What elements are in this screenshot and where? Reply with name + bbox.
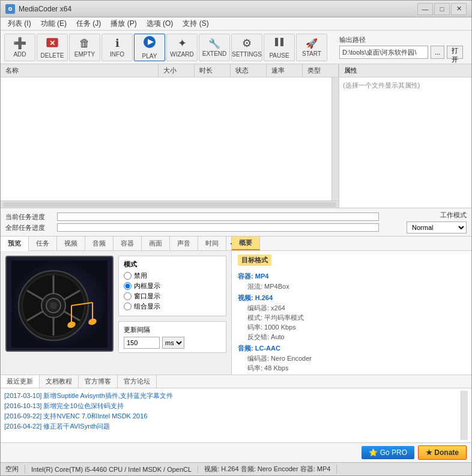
tab-summary[interactable]: 概要 bbox=[232, 236, 260, 250]
close-button[interactable]: ✕ bbox=[451, 3, 467, 15]
wizard-button[interactable]: ✦ WIZARD bbox=[166, 34, 198, 61]
current-progress-label: 当前任务进度 bbox=[5, 212, 53, 221]
progress-left: 当前任务进度 全部任务进度 bbox=[5, 212, 379, 232]
start-button[interactable]: 🚀 START bbox=[296, 34, 327, 61]
info-label: INFO bbox=[110, 51, 124, 58]
minimize-button[interactable]: — bbox=[417, 3, 433, 15]
news-item-2[interactable]: [2016-10-13] 新增完全10位色深转码支持 bbox=[4, 401, 461, 411]
mux-line: 混流: MP4Box bbox=[238, 282, 465, 291]
col-type[interactable]: 类型 bbox=[303, 64, 339, 77]
news-item-3[interactable]: [2016-09-22] 支持NVENC 7.0和Intel MSDK 2016 bbox=[4, 411, 461, 421]
play-button[interactable]: PLAY bbox=[134, 34, 165, 61]
browse-button[interactable]: ... bbox=[431, 46, 444, 59]
video-bitrate-line: 码率: 1000 Kbps bbox=[238, 323, 465, 332]
empty-label: EMPTY bbox=[74, 51, 95, 58]
pause-button[interactable]: PAUSE bbox=[264, 34, 295, 61]
tab-preview[interactable]: 预览 bbox=[1, 236, 29, 251]
col-speed[interactable]: 速率 bbox=[267, 64, 303, 77]
extend-icon: 🔧 bbox=[208, 38, 220, 49]
start-icon: 🚀 bbox=[306, 38, 318, 49]
properties-content: (选择一个文件显示其属性) bbox=[339, 77, 471, 208]
menu-list[interactable]: 列表 (I) bbox=[3, 17, 36, 30]
file-list-hscrollbar[interactable] bbox=[1, 200, 339, 208]
donate-button[interactable]: ★ Donate bbox=[418, 445, 467, 460]
tab-sound[interactable]: 声音 bbox=[170, 236, 198, 250]
add-label: ADD bbox=[13, 51, 26, 58]
tab-video[interactable]: 视频 bbox=[57, 236, 85, 250]
col-size[interactable]: 大小 bbox=[159, 64, 195, 77]
output-path-input[interactable] bbox=[339, 46, 428, 59]
news-tab-spacer bbox=[157, 375, 471, 388]
svg-point-21 bbox=[50, 302, 57, 309]
news-vscrollbar[interactable] bbox=[461, 391, 468, 440]
col-status[interactable]: 状态 bbox=[231, 64, 267, 77]
file-list-content[interactable] bbox=[1, 77, 331, 200]
preview-controls: 模式 禁用 内框显示 窗口显示 bbox=[118, 256, 226, 370]
current-progress-row: 当前任务进度 bbox=[5, 212, 379, 221]
news-tab-blog[interactable]: 官方博客 bbox=[79, 375, 118, 388]
tab-time[interactable]: 时间 bbox=[198, 236, 226, 250]
update-interval-input[interactable] bbox=[124, 337, 160, 349]
add-button[interactable]: ➕ ADD bbox=[4, 34, 35, 61]
radio-window[interactable] bbox=[124, 292, 132, 300]
menu-function[interactable]: 功能 (E) bbox=[36, 17, 71, 30]
progress-area: 当前任务进度 全部任务进度 工作模式 Nor bbox=[1, 208, 471, 236]
menu-support[interactable]: 支持 (S) bbox=[178, 17, 213, 30]
extend-button[interactable]: 🔧 EXTEND bbox=[199, 34, 230, 61]
summary-title: 目标格式 bbox=[238, 255, 271, 266]
tab-picture[interactable]: 画面 bbox=[142, 236, 170, 250]
update-interval-label: 更新间隔 bbox=[124, 325, 221, 334]
delete-button[interactable]: ✕ DELETE bbox=[37, 34, 68, 61]
progress-right: 工作模式 Normal Fast Slow bbox=[383, 211, 467, 233]
news-item-1[interactable]: [2017-03-10] 新增Suptitle Avisynth插件,支持蓝光字… bbox=[4, 391, 461, 401]
container-section: 容器: MP4 混流: MP4Box bbox=[238, 272, 465, 291]
radio-combined[interactable] bbox=[124, 303, 132, 310]
mode-window-label: 窗口显示 bbox=[134, 292, 160, 301]
pause-label: PAUSE bbox=[269, 52, 289, 59]
news-action-btns: ⭐ Go PRO ★ Donate bbox=[1, 442, 471, 462]
work-mode-select[interactable]: Normal Fast Slow bbox=[407, 221, 467, 233]
mode-group: 模式 禁用 内框显示 窗口显示 bbox=[118, 256, 226, 316]
maximize-button[interactable]: □ bbox=[434, 3, 450, 15]
news-tab-updates[interactable]: 最近更新 bbox=[1, 375, 40, 388]
file-list-panel: 名称 大小 时长 状态 速率 类型 bbox=[1, 64, 339, 208]
delete-label: DELETE bbox=[41, 52, 64, 59]
update-unit-select[interactable]: ms s bbox=[162, 337, 184, 349]
empty-icon: 🗑 bbox=[79, 37, 90, 50]
open-button[interactable]: 打开 bbox=[447, 46, 463, 59]
menu-options[interactable]: 选项 (O) bbox=[142, 17, 178, 30]
audio-line: 音频: LC-AAC bbox=[238, 344, 465, 353]
menu-bar: 列表 (I) 功能 (E) 任务 (J) 播放 (P) 选项 (O) 支持 (S… bbox=[1, 17, 471, 31]
col-duration[interactable]: 时长 bbox=[195, 64, 231, 77]
toolbar-buttons: ➕ ADD ✕ DELETE 🗑 EMPTY ℹ INFO bbox=[4, 34, 327, 61]
menu-play[interactable]: 播放 (P) bbox=[106, 17, 141, 30]
video-line: 视频: H.264 bbox=[238, 294, 465, 303]
mode-internal-label: 内框显示 bbox=[134, 282, 160, 291]
container-line: 容器: MP4 bbox=[238, 272, 465, 281]
left-panel: 预览 任务 视频 音频 容器 画面 声音 时间 ◀ ▶ bbox=[1, 236, 232, 375]
mode-combined-label: 组合显示 bbox=[134, 302, 160, 311]
settings-label: SETTINGS bbox=[232, 51, 262, 58]
go-pro-button[interactable]: ⭐ Go PRO bbox=[362, 446, 414, 459]
info-button[interactable]: ℹ INFO bbox=[101, 34, 133, 61]
right-panel: 概要 目标格式 容器: MP4 混流: MP4Box 视频: H.264 编码器… bbox=[232, 236, 471, 375]
tab-container[interactable]: 容器 bbox=[113, 236, 142, 250]
toolbar: ➕ ADD ✕ DELETE 🗑 EMPTY ℹ INFO bbox=[1, 31, 471, 64]
file-list-vscrollbar[interactable] bbox=[331, 77, 339, 200]
menu-task[interactable]: 任务 (J) bbox=[71, 17, 106, 30]
news-tab-docs[interactable]: 文档教程 bbox=[40, 375, 79, 388]
settings-button[interactable]: ⚙ SETTINGS bbox=[231, 34, 262, 61]
film-reel-svg bbox=[11, 261, 107, 348]
radio-internal[interactable] bbox=[124, 282, 132, 290]
tab-audio[interactable]: 音频 bbox=[85, 236, 113, 250]
news-tab-forum[interactable]: 官方论坛 bbox=[118, 375, 157, 388]
svg-text:✕: ✕ bbox=[49, 39, 55, 47]
file-list-area: 名称 大小 时长 状态 速率 类型 属性 bbox=[1, 64, 471, 208]
empty-button[interactable]: 🗑 EMPTY bbox=[69, 34, 100, 61]
tab-task[interactable]: 任务 bbox=[29, 236, 57, 250]
radio-disabled[interactable] bbox=[124, 272, 132, 280]
mode-window: 窗口显示 bbox=[124, 292, 221, 301]
news-item-4[interactable]: [2016-04-22] 修正若干AVISynth问题 bbox=[4, 421, 461, 432]
left-tab-bar: 预览 任务 视频 音频 容器 画面 声音 时间 ◀ ▶ bbox=[1, 236, 231, 251]
col-name[interactable]: 名称 bbox=[1, 64, 159, 77]
